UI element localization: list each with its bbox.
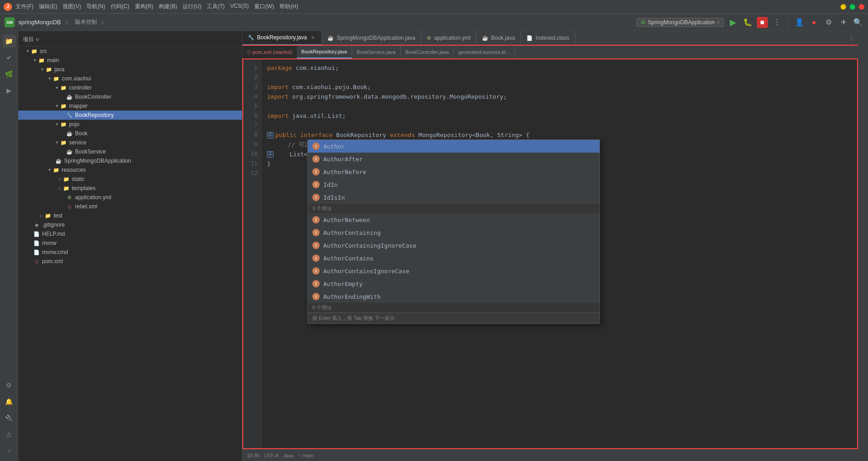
menu-build[interactable]: 构建(B) xyxy=(159,3,177,11)
debug-button[interactable]: 🐛 xyxy=(742,17,753,28)
tab-BookRepository[interactable]: 🔧 BookRepository.java ✕ xyxy=(242,31,322,45)
tree-item-HELP[interactable]: 📄 HELP.md xyxy=(18,229,242,238)
menu-run[interactable]: 运行(U) xyxy=(182,3,201,11)
menu-file[interactable]: 文件(F) xyxy=(16,3,33,11)
ac-item-AuthorContainingIgnoreCase[interactable]: I AuthorContainingIgnoreCase xyxy=(308,239,600,252)
project-name[interactable]: springMongoDB xyxy=(18,19,61,26)
tree-label-mvnw: mvnw xyxy=(42,240,56,246)
git-icon[interactable]: 🌿 xyxy=(3,68,16,80)
tree-item-BookService[interactable]: ☕ BookService xyxy=(18,147,242,156)
menu-view[interactable]: 视图(V) xyxy=(63,3,81,11)
menu-bar[interactable]: 文件(F) 编辑(E) 视图(V) 导航(N) 代码(C) 重构(R) 构建(B… xyxy=(16,3,298,11)
ac-item-AuthorEndingWith[interactable]: I AuthorEndingWith xyxy=(308,290,600,303)
tree-item-gitignore[interactable]: ◆ .gitignore xyxy=(18,220,242,229)
ac-item-AuthorEmpty[interactable]: I AuthorEmpty xyxy=(308,277,600,290)
folder-icon: 📁 xyxy=(63,185,70,192)
tree-item-mapper[interactable]: ▼ 📁 mapper xyxy=(18,101,242,111)
tree-item-com[interactable]: ▼ 📁 com.xiaohui xyxy=(18,74,242,83)
ac-item-IdIsIn[interactable]: I IdIsIn xyxy=(308,191,600,204)
notifications-icon[interactable]: 🔔 xyxy=(3,395,16,408)
menu-vcs[interactable]: VCS(S) xyxy=(230,3,249,11)
plugins-icon[interactable]: 🔌 xyxy=(3,412,16,424)
sub-tab-generated[interactable]: generated-sources.kt... xyxy=(454,46,515,58)
tree-item-mvnw[interactable]: 📄 mvnw xyxy=(18,238,242,248)
close-button[interactable] xyxy=(859,4,864,10)
ac-label-AuthorEmpty: AuthorEmpty xyxy=(323,281,363,287)
tree-item-service[interactable]: ▼ 📁 service xyxy=(18,138,242,147)
minimize-button[interactable] xyxy=(841,4,846,10)
ac-item-AuthorBefore[interactable]: I AuthorBefore xyxy=(308,165,600,178)
tab-close-BookRepository[interactable]: ✕ xyxy=(310,34,316,41)
more-run-options[interactable]: ⋮ xyxy=(772,17,782,28)
run-app-name[interactable]: SpringMongoDBApplication xyxy=(648,19,715,26)
ac-item-AuthorContainsIgnoreCase[interactable]: I AuthorContainsIgnoreCase xyxy=(308,265,600,277)
menu-code[interactable]: 代码(C) xyxy=(111,3,129,11)
tree-item-rebel-xml[interactable]: ◇ rebel.xml xyxy=(18,202,242,211)
profile-icon[interactable]: 👤 xyxy=(794,17,805,28)
tree-item-main[interactable]: ▼ 📁 main xyxy=(18,56,242,65)
left-sidebar-icons: 📁 ✔ 🌿 ▶ ⚙ 🔔 🔌 ⚠ ⑂ xyxy=(0,31,18,461)
menu-help[interactable]: 帮助(H) xyxy=(279,3,298,11)
ac-item-AuthorContains[interactable]: I AuthorContains xyxy=(308,252,600,265)
tree-item-pojo[interactable]: ▼ 📁 pojo xyxy=(18,120,242,129)
tree-item-resources[interactable]: ▼ 📁 resources xyxy=(18,165,242,175)
expand-arrow-resources: ▼ xyxy=(48,168,52,172)
send-icon[interactable]: ✈ xyxy=(838,17,849,28)
stop-button[interactable]: ⏹ xyxy=(757,17,768,28)
tree-item-templates[interactable]: ▷ 📁 templates xyxy=(18,184,242,193)
tree-item-src[interactable]: ▼ 📁 src xyxy=(18,47,242,56)
tab-Indexed[interactable]: 📄 Indexed.class xyxy=(521,31,575,45)
tree-item-SpringMongoDBApp[interactable]: ☕ SpringMongoDBApplication xyxy=(18,156,242,165)
tree-item-java[interactable]: ▼ 📁 java xyxy=(18,65,242,74)
code-editor[interactable]: 1 2 3 4 5 6 7 8 9 10 11 12 package com.x… xyxy=(242,58,858,449)
tree-item-Book[interactable]: ☕ Book xyxy=(18,129,242,138)
sub-tab-label-generated: generated-sources.kt... xyxy=(458,49,510,55)
more-tabs-button[interactable]: ⋮ xyxy=(845,35,858,41)
menu-refactor[interactable]: 重构(R) xyxy=(135,3,154,11)
tree-label-application-yml: application.yml xyxy=(75,194,111,201)
settings-icon[interactable]: ⚙ xyxy=(823,17,834,28)
ac-item-IdIn[interactable]: I IdIn xyxy=(308,178,600,191)
ac-item-Author[interactable]: I Author xyxy=(308,140,600,153)
ac-icon-AuthorContaining: I xyxy=(312,229,320,236)
menu-navigate[interactable]: 导航(N) xyxy=(86,3,105,11)
status-git: ⑂ main xyxy=(298,453,314,458)
ac-item-AuthorBetween[interactable]: I AuthorBetween xyxy=(308,213,600,226)
tab-application-yml[interactable]: ⚙ application.yml xyxy=(421,31,476,45)
tree-item-static[interactable]: ▷ 📁 static xyxy=(18,175,242,184)
ac-item-AuthorAfter[interactable]: I AuthorAfter xyxy=(308,153,600,165)
menu-edit[interactable]: 编辑(E) xyxy=(39,3,57,11)
pom-tab[interactable]: ◇ pom.xml (xiaohui) xyxy=(242,46,297,58)
vcs-label[interactable]: 版本控制 xyxy=(75,18,97,26)
problems-icon[interactable]: ⚠ xyxy=(3,428,16,441)
tree-item-test[interactable]: ▷ 📁 test xyxy=(18,211,242,220)
tree-item-pom-xml[interactable]: ◇ pom.xml xyxy=(18,257,242,266)
autocomplete-dropdown[interactable]: I Author I AuthorAfter I AuthorBefore I … xyxy=(307,139,600,324)
search-icon[interactable]: 🔍 xyxy=(852,17,863,28)
tab-Book-java[interactable]: ☕ Book.java xyxy=(477,31,521,45)
tree-item-BookRepository[interactable]: 🔧 BookRepository xyxy=(18,111,242,120)
menu-tools[interactable]: 工具(T) xyxy=(207,3,225,11)
tab-label-BookRepository: BookRepository.java xyxy=(257,34,307,41)
run-button[interactable]: ▶ xyxy=(728,17,739,28)
right-icon-1[interactable]: ⋮ xyxy=(859,35,868,39)
maximize-button[interactable] xyxy=(850,4,855,10)
project-tree-icon[interactable]: 📁 xyxy=(3,35,16,48)
record-icon[interactable]: ● xyxy=(809,17,820,28)
pom-label: pom.xml (xiaohui) xyxy=(252,49,292,55)
tab-SpringMongoDBApp[interactable]: ☕ SpringMongoDBApplication.java xyxy=(322,31,421,45)
tree-item-mvnw-cmd[interactable]: 📄 mvnw.cmd xyxy=(18,248,242,257)
tree-item-controller[interactable]: ▼ 📁 controller xyxy=(18,83,242,92)
menu-window[interactable]: 窗口(W) xyxy=(254,3,274,11)
settings-sidebar-icon[interactable]: ⚙ xyxy=(3,379,16,392)
tree-item-BookController[interactable]: ☕ BookController xyxy=(18,92,242,101)
run-icon[interactable]: ▶ xyxy=(3,84,16,97)
git-bottom-icon[interactable]: ⑂ xyxy=(3,445,16,457)
sub-tab-BookController[interactable]: BookController.java xyxy=(401,46,454,58)
sub-tab-BookRepository[interactable]: BookRepository.java xyxy=(297,46,352,58)
folder-icon: 📁 xyxy=(60,121,67,128)
commit-icon[interactable]: ✔ xyxy=(3,51,16,64)
ac-item-AuthorContaining[interactable]: I AuthorContaining xyxy=(308,226,600,239)
sub-tab-BookService[interactable]: BookService.java xyxy=(352,46,401,58)
tree-item-application-yml[interactable]: ⚙ application.yml xyxy=(18,193,242,202)
